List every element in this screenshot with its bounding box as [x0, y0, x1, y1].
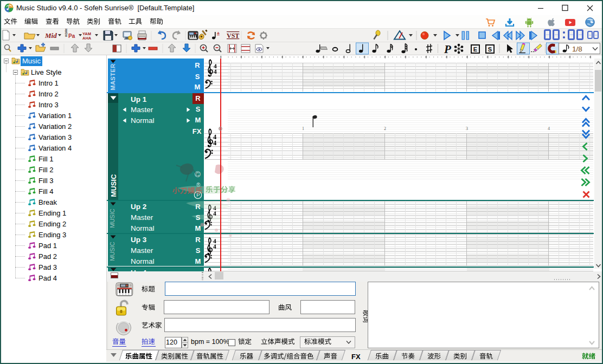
svg-text:E: E [473, 46, 477, 53]
svg-text:KORG: KORG [65, 29, 68, 37]
svg-text:S: S [488, 46, 492, 53]
svg-text:AHA: AHA [82, 36, 92, 41]
svg-text:Pa: Pa [68, 33, 75, 39]
svg-text:1/8: 1/8 [572, 45, 582, 53]
svg-text:±: ± [217, 31, 220, 36]
svg-text:Mid: Mid [44, 31, 57, 40]
svg-text:P: P [444, 43, 451, 55]
svg-text:VST: VST [227, 32, 239, 40]
